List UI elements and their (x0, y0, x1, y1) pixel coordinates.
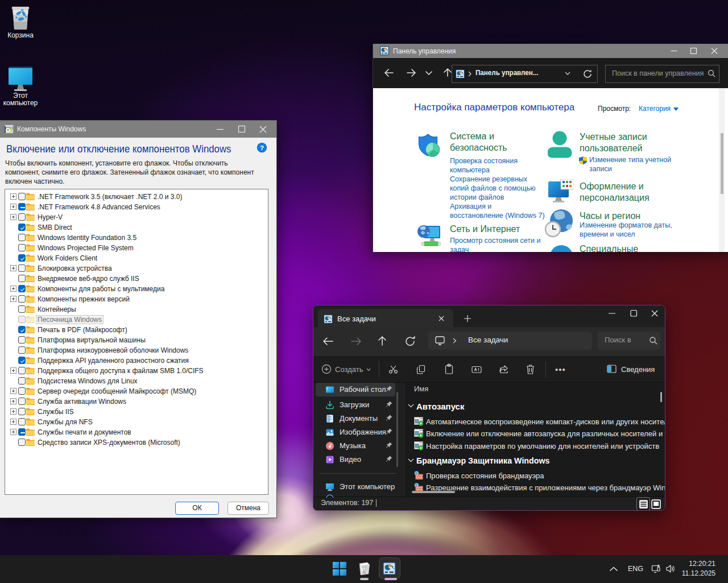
svg-text:?: ? (260, 144, 264, 151)
